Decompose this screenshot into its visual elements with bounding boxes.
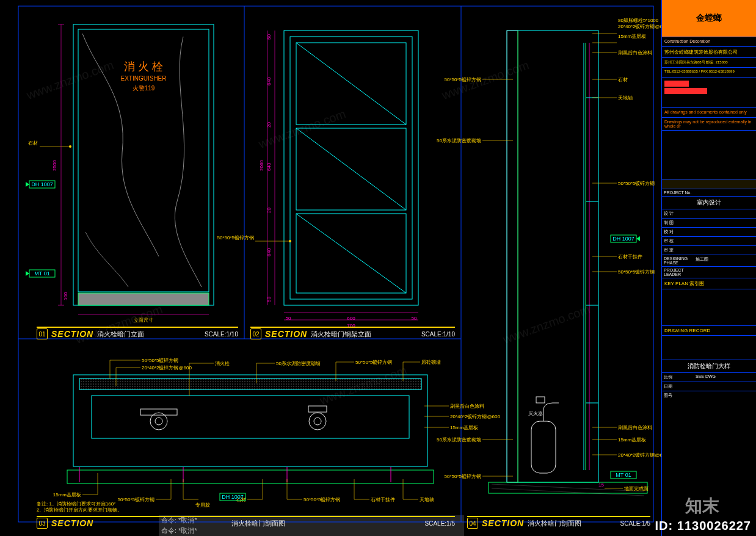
panel-01: 消 火 栓 EXTINGUISHER 火警119 石材 2500 DH 1007 <box>26 24 214 323</box>
svg-text:天地轴: 天地轴 <box>618 95 633 101</box>
svg-text:15mm基层板: 15mm基层板 <box>618 437 646 443</box>
fh-alarm: 火警119 <box>133 85 155 92</box>
svg-line-24 <box>296 43 406 125</box>
section-bar-01: 01 SECTION 消火栓暗门立面 SCALE:1/10 <box>37 328 238 339</box>
panel-04: 灭火器 50*50*5镀锌方钢 50系水泥防密度砌墙 50系水泥防密度砌墙 50… <box>437 18 661 496</box>
svg-text:MT 01: MT 01 <box>34 270 49 277</box>
svg-point-53 <box>314 418 321 425</box>
svg-point-6 <box>69 145 71 148</box>
company-en: Construction Decoration <box>662 37 756 46</box>
section-num: 01 <box>37 328 48 339</box>
svg-text:50*50*5镀锌方钢: 50*50*5镀锌方钢 <box>118 497 154 502</box>
section-bar-02: 02 SECTION 消火栓暗门钢架立面 SCALE:1/10 <box>250 328 455 339</box>
svg-rect-55 <box>67 470 434 483</box>
title-block: 金螳螂 Construction Decoration 苏州金螳螂建筑装饰股份有… <box>661 0 756 536</box>
fh-title-cn: 消 火 栓 <box>124 60 163 73</box>
company-logo: 金螳螂 <box>662 0 756 37</box>
svg-point-52 <box>309 413 326 430</box>
svg-text:640: 640 <box>266 248 272 256</box>
svg-text:原砖砌墙: 原砖砌墙 <box>421 360 441 365</box>
svg-text:消火栓: 消火栓 <box>215 361 230 366</box>
svg-rect-47 <box>79 378 421 389</box>
svg-rect-48 <box>92 396 409 438</box>
section-bar-03: 03 SECTION 消火栓暗门剖面图 SCALE:1/5 <box>37 518 455 529</box>
svg-text:2、消防栓暗门开启方向要求开门顺畅。: 2、消防栓暗门开启方向要求开门顺畅。 <box>37 507 122 513</box>
svg-point-27 <box>289 240 291 242</box>
svg-text:50: 50 <box>266 297 272 302</box>
svg-text:50系水泥防密度砌墙: 50系水泥防密度砌墙 <box>437 437 481 443</box>
svg-text:15: 15 <box>598 482 604 488</box>
company-cn: 苏州金螳螂建筑装饰股份有限公司 <box>662 46 756 57</box>
svg-line-26 <box>296 214 406 293</box>
sheet-border <box>18 6 653 522</box>
svg-text:50*50*5镀锌方钢: 50*50*5镀锌方钢 <box>303 497 340 502</box>
svg-text:立面尺寸: 立面尺寸 <box>134 317 153 323</box>
svg-text:50*50*5镀锌方钢: 50*50*5镀锌方钢 <box>355 360 392 365</box>
svg-rect-54 <box>308 406 327 412</box>
drawing-title: 消防栓暗门大样 <box>662 360 756 372</box>
svg-text:15mm基层板: 15mm基层板 <box>53 492 81 498</box>
svg-text:DH 1007: DH 1007 <box>612 236 634 242</box>
svg-text:MT 01: MT 01 <box>616 472 631 478</box>
svg-rect-90 <box>531 421 556 473</box>
svg-text:50*50*5镀锌方钢: 50*50*5镀锌方钢 <box>445 474 481 479</box>
svg-rect-91 <box>536 397 545 403</box>
section-kw: SECTION <box>51 329 93 339</box>
svg-rect-19 <box>284 31 418 305</box>
svg-text:20*40*2镀锌方钢@600: 20*40*2镀锌方钢@600 <box>450 414 500 419</box>
svg-text:50: 50 <box>286 316 291 321</box>
section-title: 消火栓暗门立面 <box>97 330 144 339</box>
svg-rect-80 <box>507 31 598 482</box>
svg-line-95 <box>492 488 644 496</box>
svg-text:50*50*5镀锌方钢: 50*50*5镀锌方钢 <box>217 235 254 241</box>
panel-02: 50*50*5镀锌方钢 50 640 20 640 20 640 50 2060… <box>217 31 418 328</box>
svg-text:20*40*2镀锌方钢@600: 20*40*2镀锌方钢@600 <box>618 24 661 29</box>
project-table: PROJECT No. <box>662 189 756 196</box>
svg-line-94 <box>492 484 644 491</box>
site-watermark: 知末 <box>685 494 719 518</box>
svg-text:50*50*5镀锌方钢: 50*50*5镀锌方钢 <box>445 77 481 82</box>
svg-text:50*50*5镀锌方钢: 50*50*5镀锌方钢 <box>618 269 655 275</box>
svg-text:640: 640 <box>266 162 272 171</box>
svg-text:2500: 2500 <box>52 160 57 171</box>
svg-text:600: 600 <box>347 316 355 321</box>
svg-text:15mm基层板: 15mm基层板 <box>618 34 646 39</box>
company-addr: 苏州工业园区吴东路88号 邮编: 215000 <box>662 57 756 67</box>
svg-text:石材: 石材 <box>28 140 38 146</box>
svg-text:100: 100 <box>63 292 68 300</box>
svg-text:20*40*2镀锌方钢@600: 20*40*2镀锌方钢@600 <box>618 452 661 458</box>
svg-text:20: 20 <box>266 208 272 213</box>
svg-point-50 <box>155 418 162 425</box>
svg-text:DH 1007: DH 1007 <box>222 494 244 500</box>
svg-text:20: 20 <box>266 122 272 128</box>
svg-text:石材干挂件: 石材干挂件 <box>371 497 395 502</box>
svg-text:备注: 1、消防栓暗门要求可开启160°: 备注: 1、消防栓暗门要求可开启160° <box>37 501 115 507</box>
svg-text:灭火器: 灭火器 <box>528 411 543 416</box>
panel-03: 50*50*5镀锌方钢 20*40*2镀锌方钢@600 消火栓 50系水泥防密度… <box>37 358 500 513</box>
svg-text:50系水泥防密度砌墙: 50系水泥防密度砌墙 <box>437 138 481 143</box>
svg-rect-81 <box>507 31 518 482</box>
svg-rect-20 <box>290 37 412 299</box>
svg-text:50: 50 <box>412 316 417 321</box>
client-box <box>662 77 756 107</box>
drawing-svg: 消 火 栓 EXTINGUISHER 火警119 石材 2500 DH 1007 <box>0 0 661 536</box>
svg-text:50: 50 <box>266 34 272 40</box>
svg-text:15mm基层板: 15mm基层板 <box>450 425 478 430</box>
tag-mt: MT 01 <box>26 270 55 277</box>
svg-text:刷黑后白色涂料: 刷黑后白色涂料 <box>618 50 652 56</box>
tag-dh: DH 1007 <box>26 181 55 188</box>
svg-text:20*40*2镀锌方钢@600: 20*40*2镀锌方钢@600 <box>142 365 192 371</box>
svg-text:石材: 石材 <box>618 77 628 82</box>
svg-line-25 <box>296 128 406 210</box>
svg-text:石材干挂件: 石材干挂件 <box>618 254 642 259</box>
company-tel: TEL:0512-65888655 / FAX:0512-65818999 <box>662 67 756 77</box>
svg-text:天地轴: 天地轴 <box>420 497 434 502</box>
model-space[interactable]: 消 火 栓 EXTINGUISHER 火警119 石材 2500 DH 1007 <box>0 0 661 536</box>
svg-text:DH 1007: DH 1007 <box>31 181 53 187</box>
drawing-sheet: www.znzmo.com www.znzmo.com www.znzmo.co… <box>0 0 756 536</box>
svg-text:50系水泥防密度砌墙: 50系水泥防密度砌墙 <box>276 361 321 366</box>
svg-text:50*50*5镀锌方钢: 50*50*5镀锌方钢 <box>618 181 655 186</box>
section-scale: SCALE:1/10 <box>205 331 238 338</box>
svg-text:2060: 2060 <box>259 160 264 171</box>
svg-text:刷黑后白色涂料: 刷黑后白色涂料 <box>618 425 652 430</box>
